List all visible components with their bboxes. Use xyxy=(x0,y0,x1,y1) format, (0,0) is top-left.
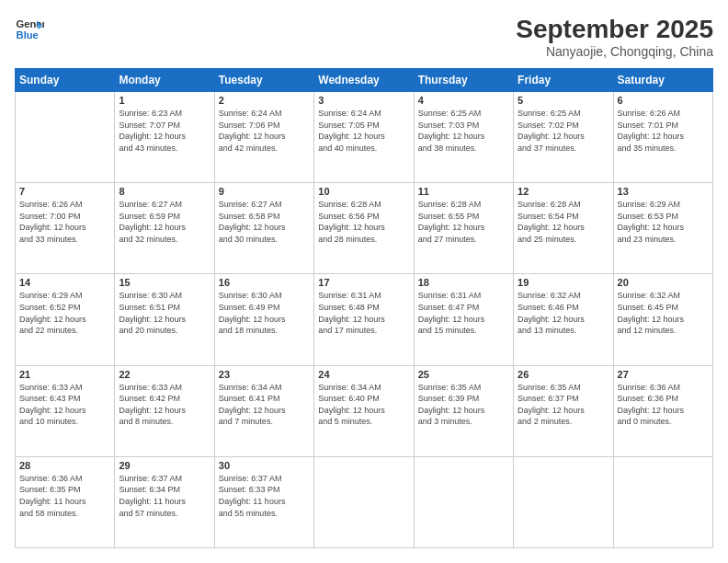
table-row: 24Sunrise: 6:34 AM Sunset: 6:40 PM Dayli… xyxy=(314,365,414,456)
cell-details: Sunrise: 6:30 AM Sunset: 6:51 PM Dayligh… xyxy=(119,290,210,336)
cell-details: Sunrise: 6:27 AM Sunset: 6:59 PM Dayligh… xyxy=(119,199,210,245)
table-row: 19Sunrise: 6:32 AM Sunset: 6:46 PM Dayli… xyxy=(514,274,613,365)
table-row xyxy=(314,456,414,547)
calendar-week-1: 1Sunrise: 6:23 AM Sunset: 7:07 PM Daylig… xyxy=(16,92,713,183)
day-number: 30 xyxy=(219,460,310,471)
calendar-week-3: 14Sunrise: 6:29 AM Sunset: 6:52 PM Dayli… xyxy=(16,274,713,365)
col-sunday: Sunday xyxy=(16,69,115,92)
calendar-week-2: 7Sunrise: 6:26 AM Sunset: 7:00 PM Daylig… xyxy=(16,183,713,274)
day-number: 12 xyxy=(518,186,609,197)
calendar-table: Sunday Monday Tuesday Wednesday Thursday… xyxy=(15,68,713,548)
cell-details: Sunrise: 6:33 AM Sunset: 6:43 PM Dayligh… xyxy=(19,382,110,428)
day-number: 3 xyxy=(318,95,409,106)
cell-details: Sunrise: 6:35 AM Sunset: 6:37 PM Dayligh… xyxy=(518,382,609,428)
cell-details: Sunrise: 6:35 AM Sunset: 6:39 PM Dayligh… xyxy=(418,382,509,428)
day-number: 29 xyxy=(119,460,210,471)
table-row: 10Sunrise: 6:28 AM Sunset: 6:56 PM Dayli… xyxy=(314,183,414,274)
table-row: 29Sunrise: 6:37 AM Sunset: 6:34 PM Dayli… xyxy=(115,456,214,547)
day-number: 11 xyxy=(418,186,509,197)
cell-details: Sunrise: 6:28 AM Sunset: 6:54 PM Dayligh… xyxy=(518,199,609,245)
day-number: 24 xyxy=(318,369,409,380)
cell-details: Sunrise: 6:29 AM Sunset: 6:53 PM Dayligh… xyxy=(618,199,709,245)
day-number: 7 xyxy=(19,186,110,197)
cell-details: Sunrise: 6:24 AM Sunset: 7:05 PM Dayligh… xyxy=(318,108,409,154)
day-number: 2 xyxy=(219,95,310,106)
title-block: September 2025 Nanyaojie, Chongqing, Chi… xyxy=(516,15,713,59)
cell-details: Sunrise: 6:37 AM Sunset: 6:33 PM Dayligh… xyxy=(219,473,310,519)
table-row: 13Sunrise: 6:29 AM Sunset: 6:53 PM Dayli… xyxy=(613,183,712,274)
table-row: 6Sunrise: 6:26 AM Sunset: 7:01 PM Daylig… xyxy=(613,92,712,183)
table-row: 7Sunrise: 6:26 AM Sunset: 7:00 PM Daylig… xyxy=(16,183,115,274)
header-row: Sunday Monday Tuesday Wednesday Thursday… xyxy=(16,69,713,92)
table-row xyxy=(514,456,613,547)
col-tuesday: Tuesday xyxy=(214,69,313,92)
table-row: 20Sunrise: 6:32 AM Sunset: 6:45 PM Dayli… xyxy=(613,274,712,365)
location-subtitle: Nanyaojie, Chongqing, China xyxy=(516,44,713,59)
calendar-week-5: 28Sunrise: 6:36 AM Sunset: 6:35 PM Dayli… xyxy=(16,456,713,547)
page: General Blue September 2025 Nanyaojie, C… xyxy=(0,0,728,563)
day-number: 9 xyxy=(219,186,310,197)
table-row: 1Sunrise: 6:23 AM Sunset: 7:07 PM Daylig… xyxy=(115,92,214,183)
cell-details: Sunrise: 6:28 AM Sunset: 6:55 PM Dayligh… xyxy=(418,199,509,245)
table-row: 28Sunrise: 6:36 AM Sunset: 6:35 PM Dayli… xyxy=(16,456,115,547)
table-row: 23Sunrise: 6:34 AM Sunset: 6:41 PM Dayli… xyxy=(214,365,313,456)
day-number: 20 xyxy=(618,277,709,288)
day-number: 6 xyxy=(618,95,709,106)
cell-details: Sunrise: 6:32 AM Sunset: 6:45 PM Dayligh… xyxy=(618,290,709,336)
table-row: 18Sunrise: 6:31 AM Sunset: 6:47 PM Dayli… xyxy=(414,274,513,365)
logo-icon: General Blue xyxy=(15,15,44,44)
day-number: 4 xyxy=(418,95,509,106)
cell-details: Sunrise: 6:31 AM Sunset: 6:47 PM Dayligh… xyxy=(418,290,509,336)
day-number: 10 xyxy=(318,186,409,197)
day-number: 8 xyxy=(119,186,210,197)
cell-details: Sunrise: 6:25 AM Sunset: 7:02 PM Dayligh… xyxy=(518,108,609,154)
day-number: 1 xyxy=(119,95,210,106)
month-title: September 2025 xyxy=(516,15,713,44)
day-number: 13 xyxy=(618,186,709,197)
col-friday: Friday xyxy=(514,69,613,92)
day-number: 27 xyxy=(618,369,709,380)
day-number: 28 xyxy=(19,460,110,471)
table-row: 17Sunrise: 6:31 AM Sunset: 6:48 PM Dayli… xyxy=(314,274,414,365)
table-row: 16Sunrise: 6:30 AM Sunset: 6:49 PM Dayli… xyxy=(214,274,313,365)
cell-details: Sunrise: 6:34 AM Sunset: 6:41 PM Dayligh… xyxy=(219,382,310,428)
table-row: 15Sunrise: 6:30 AM Sunset: 6:51 PM Dayli… xyxy=(115,274,214,365)
table-row: 8Sunrise: 6:27 AM Sunset: 6:59 PM Daylig… xyxy=(115,183,214,274)
table-row xyxy=(613,456,712,547)
cell-details: Sunrise: 6:36 AM Sunset: 6:36 PM Dayligh… xyxy=(618,382,709,428)
day-number: 22 xyxy=(119,369,210,380)
day-number: 14 xyxy=(19,277,110,288)
cell-details: Sunrise: 6:23 AM Sunset: 7:07 PM Dayligh… xyxy=(119,108,210,154)
header: General Blue September 2025 Nanyaojie, C… xyxy=(15,15,713,59)
cell-details: Sunrise: 6:29 AM Sunset: 6:52 PM Dayligh… xyxy=(19,290,110,336)
cell-details: Sunrise: 6:34 AM Sunset: 6:40 PM Dayligh… xyxy=(318,382,409,428)
table-row: 11Sunrise: 6:28 AM Sunset: 6:55 PM Dayli… xyxy=(414,183,513,274)
table-row: 14Sunrise: 6:29 AM Sunset: 6:52 PM Dayli… xyxy=(16,274,115,365)
cell-details: Sunrise: 6:25 AM Sunset: 7:03 PM Dayligh… xyxy=(418,108,509,154)
day-number: 18 xyxy=(418,277,509,288)
cell-details: Sunrise: 6:37 AM Sunset: 6:34 PM Dayligh… xyxy=(119,473,210,519)
table-row: 12Sunrise: 6:28 AM Sunset: 6:54 PM Dayli… xyxy=(514,183,613,274)
table-row: 22Sunrise: 6:33 AM Sunset: 6:42 PM Dayli… xyxy=(115,365,214,456)
col-saturday: Saturday xyxy=(613,69,712,92)
table-row: 4Sunrise: 6:25 AM Sunset: 7:03 PM Daylig… xyxy=(414,92,513,183)
cell-details: Sunrise: 6:33 AM Sunset: 6:42 PM Dayligh… xyxy=(119,382,210,428)
col-monday: Monday xyxy=(115,69,214,92)
table-row: 27Sunrise: 6:36 AM Sunset: 6:36 PM Dayli… xyxy=(613,365,712,456)
table-row: 9Sunrise: 6:27 AM Sunset: 6:58 PM Daylig… xyxy=(214,183,313,274)
cell-details: Sunrise: 6:31 AM Sunset: 6:48 PM Dayligh… xyxy=(318,290,409,336)
day-number: 17 xyxy=(318,277,409,288)
table-row: 26Sunrise: 6:35 AM Sunset: 6:37 PM Dayli… xyxy=(514,365,613,456)
day-number: 25 xyxy=(418,369,509,380)
cell-details: Sunrise: 6:27 AM Sunset: 6:58 PM Dayligh… xyxy=(219,199,310,245)
cell-details: Sunrise: 6:26 AM Sunset: 7:00 PM Dayligh… xyxy=(19,199,110,245)
cell-details: Sunrise: 6:28 AM Sunset: 6:56 PM Dayligh… xyxy=(318,199,409,245)
day-number: 5 xyxy=(518,95,609,106)
table-row: 30Sunrise: 6:37 AM Sunset: 6:33 PM Dayli… xyxy=(214,456,313,547)
cell-details: Sunrise: 6:30 AM Sunset: 6:49 PM Dayligh… xyxy=(219,290,310,336)
table-row: 21Sunrise: 6:33 AM Sunset: 6:43 PM Dayli… xyxy=(16,365,115,456)
table-row: 3Sunrise: 6:24 AM Sunset: 7:05 PM Daylig… xyxy=(314,92,414,183)
table-row xyxy=(414,456,513,547)
col-wednesday: Wednesday xyxy=(314,69,414,92)
cell-details: Sunrise: 6:24 AM Sunset: 7:06 PM Dayligh… xyxy=(219,108,310,154)
